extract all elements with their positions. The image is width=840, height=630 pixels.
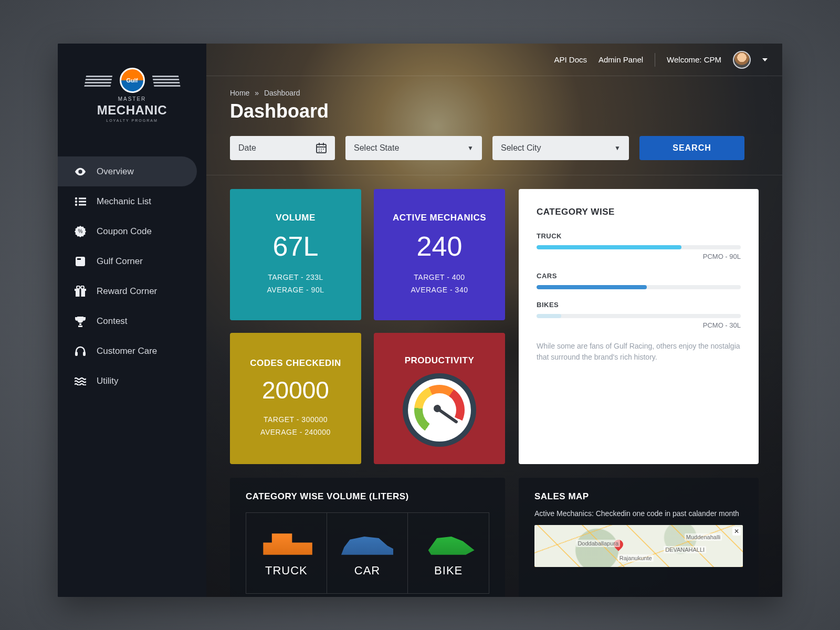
svg-rect-14 bbox=[75, 352, 78, 356]
sales-map-panel: SALES MAP Active Mechanics: Checkedin on… bbox=[519, 478, 759, 597]
svg-text:%: % bbox=[78, 228, 83, 234]
svg-point-22 bbox=[323, 149, 324, 150]
nav-label: Coupon Code bbox=[97, 226, 152, 237]
svg-rect-5 bbox=[79, 204, 86, 205]
svg-point-2 bbox=[75, 200, 77, 202]
nav-reward-corner[interactable]: Reward Corner bbox=[58, 276, 206, 306]
bar-row: CARS bbox=[537, 272, 741, 289]
badge-icon: % bbox=[75, 226, 86, 237]
close-icon[interactable]: ✕ bbox=[732, 527, 741, 536]
book-icon bbox=[75, 256, 86, 267]
svg-point-13 bbox=[81, 286, 84, 289]
svg-rect-8 bbox=[77, 258, 81, 260]
svg-rect-15 bbox=[83, 352, 86, 356]
topbar: API Docs Admin Panel Welcome: CPM bbox=[206, 44, 782, 76]
chevron-down-icon[interactable] bbox=[762, 58, 768, 61]
nav-label: Mechanic List bbox=[97, 196, 151, 207]
bar-row: TRUCK PCMO - 90L bbox=[537, 232, 741, 260]
chevron-down-icon: ▼ bbox=[467, 144, 474, 152]
nav-label: Customer Care bbox=[97, 346, 157, 356]
page-title: Dashboard bbox=[206, 97, 782, 122]
svg-rect-7 bbox=[76, 257, 85, 266]
gift-icon bbox=[75, 286, 86, 297]
date-filter[interactable]: Date bbox=[230, 136, 335, 160]
filter-bar: Date Select State ▼ Select City ▼ SEARCH bbox=[206, 122, 782, 175]
svg-point-23 bbox=[319, 151, 320, 152]
cat-truck[interactable]: TRUCK bbox=[246, 512, 327, 594]
nav-label: Contest bbox=[97, 316, 128, 327]
svg-point-0 bbox=[75, 197, 77, 199]
tile-productivity[interactable]: PRODUCTIVITY bbox=[374, 333, 505, 464]
nav-utility[interactable]: Utility bbox=[58, 366, 206, 396]
tile-codes-checkedin[interactable]: CODES CHECKEDIN 20000 TARGET - 300000 AV… bbox=[230, 333, 361, 464]
cat-car[interactable]: CAR bbox=[327, 512, 408, 594]
nav-label: Overview bbox=[97, 166, 134, 177]
chevron-down-icon: ▼ bbox=[614, 144, 621, 152]
welcome-text: Welcome: CPM bbox=[667, 55, 721, 64]
api-docs-link[interactable]: API Docs bbox=[554, 55, 587, 64]
user-avatar[interactable] bbox=[733, 51, 751, 69]
nav-contest[interactable]: Contest bbox=[58, 306, 206, 336]
gulf-badge: Gulf bbox=[120, 68, 145, 93]
main-content: API Docs Admin Panel Welcome: CPM Home »… bbox=[206, 44, 782, 597]
headset-icon bbox=[75, 345, 86, 357]
tile-volume[interactable]: VOLUME 67L TARGET - 233L AVERAGE - 90L bbox=[230, 189, 361, 320]
admin-panel-link[interactable]: Admin Panel bbox=[598, 55, 643, 64]
svg-point-24 bbox=[321, 151, 322, 152]
city-select[interactable]: Select City ▼ bbox=[492, 136, 629, 160]
svg-rect-11 bbox=[80, 289, 81, 297]
calendar-icon bbox=[316, 143, 327, 153]
trophy-icon bbox=[75, 316, 86, 327]
car-icon bbox=[338, 529, 396, 560]
gauge-icon bbox=[408, 379, 471, 442]
sales-map[interactable]: ✕ Doddaballapura Muddenahalli Rajanukunt… bbox=[534, 525, 743, 567]
bike-icon bbox=[419, 529, 477, 560]
waves-icon bbox=[75, 375, 86, 387]
nav-label: Utility bbox=[97, 376, 119, 386]
nav-coupon-code[interactable]: % Coupon Code bbox=[58, 216, 206, 246]
svg-rect-3 bbox=[79, 201, 86, 202]
nav-label: Reward Corner bbox=[97, 286, 157, 297]
tile-active-mechanics[interactable]: ACTIVE MECHANICS 240 TARGET - 400 AVERAG… bbox=[374, 189, 505, 320]
svg-point-20 bbox=[319, 149, 320, 150]
svg-rect-1 bbox=[79, 197, 86, 199]
category-volume-panel: CATEGORY WISE VOLUME (LITERS) TRUCK CAR bbox=[230, 478, 505, 597]
search-button[interactable]: SEARCH bbox=[639, 136, 744, 160]
state-select[interactable]: Select State ▼ bbox=[345, 136, 482, 160]
app-frame: Gulf MASTER MECHANIC LOYALTY PROGRAM Ove… bbox=[58, 44, 782, 597]
list-icon bbox=[75, 196, 86, 207]
svg-point-21 bbox=[321, 149, 322, 150]
sidebar-nav: Overview Mechanic List % Coupon Code Gul… bbox=[58, 146, 206, 396]
svg-point-12 bbox=[77, 286, 80, 289]
bar-row: BIKES PCMO - 30L bbox=[537, 301, 741, 329]
nav-gulf-corner[interactable]: Gulf Corner bbox=[58, 246, 206, 276]
breadcrumb-home[interactable]: Home bbox=[230, 89, 249, 97]
nav-mechanic-list[interactable]: Mechanic List bbox=[58, 186, 206, 216]
nav-label: Gulf Corner bbox=[97, 256, 143, 267]
nav-customer-care[interactable]: Customer Care bbox=[58, 336, 206, 366]
nav-overview[interactable]: Overview bbox=[58, 156, 197, 186]
svg-point-4 bbox=[75, 203, 77, 205]
category-wise-card: CATEGORY WISE TRUCK PCMO - 90LCARS BIKES… bbox=[519, 189, 759, 464]
kpi-tiles: VOLUME 67L TARGET - 233L AVERAGE - 90L A… bbox=[230, 189, 505, 464]
breadcrumb-current: Dashboard bbox=[264, 89, 300, 97]
eye-icon bbox=[75, 166, 86, 177]
truck-icon bbox=[257, 529, 315, 560]
brand-logo: Gulf MASTER MECHANIC LOYALTY PROGRAM bbox=[58, 44, 206, 146]
cat-bike[interactable]: BIKE bbox=[408, 512, 489, 594]
breadcrumb: Home » Dashboard bbox=[206, 76, 782, 97]
sidebar: Gulf MASTER MECHANIC LOYALTY PROGRAM Ove… bbox=[58, 44, 206, 597]
